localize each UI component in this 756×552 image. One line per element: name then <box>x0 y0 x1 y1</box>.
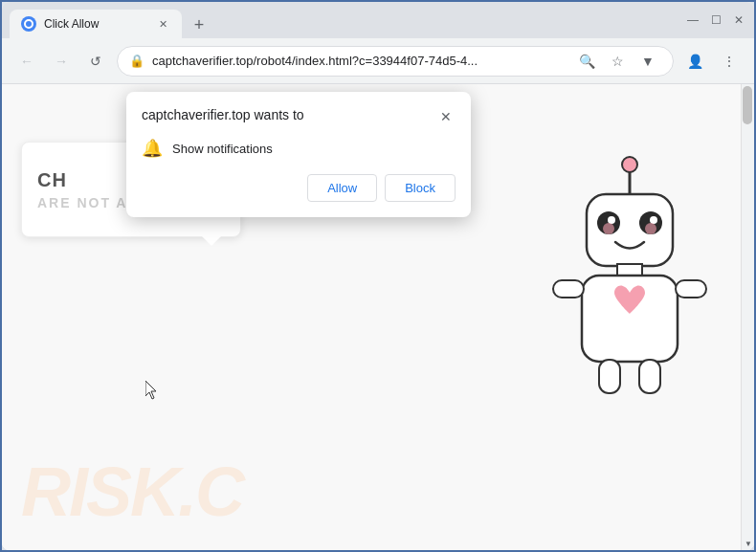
allow-button[interactable]: Allow <box>307 174 377 202</box>
content-area: CH ARE NOT A ROBOT? RISK.C <box>2 84 754 550</box>
svg-point-6 <box>650 216 657 224</box>
profile-icon[interactable]: 👤 <box>681 48 708 75</box>
robot-image <box>534 142 725 409</box>
menu-icon[interactable]: ⋮ <box>716 48 743 75</box>
download-dropdown-icon[interactable]: ▼ <box>634 48 661 75</box>
tab-title: Click Allow <box>44 17 147 31</box>
svg-rect-14 <box>639 360 660 393</box>
svg-rect-13 <box>599 360 620 393</box>
minimize-button[interactable]: — <box>685 12 700 28</box>
svg-rect-2 <box>587 194 673 266</box>
lock-icon: 🔒 <box>129 54 145 68</box>
popup-buttons: Allow Block <box>142 174 456 202</box>
toolbar: ← → ↺ 🔒 captchaverifier.top/robot4/index… <box>2 38 754 84</box>
popup-permission: 🔔 Show notifications <box>142 138 456 159</box>
tab-favicon <box>21 16 36 32</box>
tab-close-button[interactable]: ✕ <box>155 16 170 32</box>
notification-popup: captchaverifier.top wants to ✕ 🔔 Show no… <box>126 92 471 217</box>
browser-window: Click Allow ✕ + — ☐ ✕ ← → ↺ 🔒 captchaver… <box>2 2 754 550</box>
address-icons: 🔍 ☆ ▼ <box>573 48 661 75</box>
popup-header: captchaverifier.top wants to ✕ <box>142 107 456 126</box>
scrollbar[interactable]: ▲ ▼ <box>741 84 754 550</box>
svg-point-1 <box>622 157 637 172</box>
address-bar[interactable]: 🔒 captchaverifier.top/robot4/index.html?… <box>117 46 674 77</box>
search-icon[interactable]: 🔍 <box>573 48 600 75</box>
bookmark-icon[interactable]: ☆ <box>604 48 631 75</box>
address-text: captchaverifier.top/robot4/index.html?c=… <box>152 54 566 68</box>
tab-area: Click Allow ✕ + <box>10 2 678 38</box>
watermark-text: RISK.C <box>21 453 243 531</box>
svg-point-5 <box>608 216 615 224</box>
svg-rect-11 <box>553 280 584 298</box>
back-button[interactable]: ← <box>13 48 40 75</box>
mouse-cursor <box>145 381 161 400</box>
svg-rect-12 <box>676 280 706 298</box>
popup-title: captchaverifier.top wants to <box>142 107 304 122</box>
popup-close-button[interactable]: ✕ <box>436 107 456 126</box>
svg-point-8 <box>645 223 656 234</box>
captcha-top-text: CH <box>37 169 67 191</box>
close-button[interactable]: ✕ <box>731 12 746 28</box>
title-bar: Click Allow ✕ + — ☐ ✕ <box>2 2 754 38</box>
bell-icon: 🔔 <box>142 138 163 159</box>
new-tab-button[interactable]: + <box>186 11 212 38</box>
svg-rect-10 <box>582 276 678 362</box>
maximize-button[interactable]: ☐ <box>708 12 723 28</box>
active-tab[interactable]: Click Allow ✕ <box>10 10 182 38</box>
reload-button[interactable]: ↺ <box>82 48 109 75</box>
scrollbar-down-arrow[interactable]: ▼ <box>742 537 754 550</box>
block-button[interactable]: Block <box>385 174 456 202</box>
svg-point-7 <box>603 223 614 234</box>
forward-button[interactable]: → <box>48 48 75 75</box>
permission-text: Show notifications <box>172 142 273 156</box>
window-controls: — ☐ ✕ <box>685 12 746 28</box>
scrollbar-thumb[interactable] <box>743 86 752 124</box>
website-background: CH ARE NOT A ROBOT? RISK.C <box>2 84 754 550</box>
